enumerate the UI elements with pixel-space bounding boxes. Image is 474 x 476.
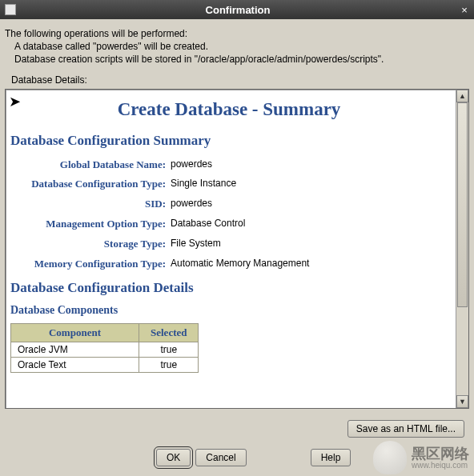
section-heading: Database Configuration Summary xyxy=(10,133,448,149)
table-header-row: Component Selected xyxy=(11,324,199,342)
summary-label: Storage Type: xyxy=(10,236,171,253)
table-cell: Oracle JVM xyxy=(11,342,139,358)
cancel-button[interactable]: Cancel xyxy=(195,449,246,466)
details-label: Database Details: xyxy=(0,70,474,89)
close-icon[interactable]: × xyxy=(455,4,474,16)
summary-value: Single Instance xyxy=(171,176,236,193)
table-cell: true xyxy=(139,358,199,373)
window-title: Confirmation xyxy=(21,4,455,16)
details-content: ➤ Create Database - Summary Database Con… xyxy=(6,90,456,408)
summary-label: SID: xyxy=(10,196,171,213)
window-icon xyxy=(5,4,16,15)
scroll-track[interactable] xyxy=(456,102,468,395)
table-row: Oracle JVM true xyxy=(11,342,199,358)
summary-row: Database Configuration Type: Single Inst… xyxy=(10,176,448,193)
help-button[interactable]: Help xyxy=(311,449,351,466)
preamble-line: A database called "powerdes" will be cre… xyxy=(5,40,469,53)
summary-row: Storage Type: File System xyxy=(10,236,448,253)
summary-row: Global Database Name: powerdes xyxy=(10,157,448,174)
table-row: Oracle Text true xyxy=(11,358,199,373)
summary-row: Memory Configuration Type: Automatic Mem… xyxy=(10,256,448,273)
vertical-scrollbar[interactable]: ▲ ▼ xyxy=(456,90,468,408)
details-scroll-pane: ➤ Create Database - Summary Database Con… xyxy=(5,89,469,409)
summary-label: Memory Configuration Type: xyxy=(10,256,171,273)
scroll-thumb[interactable] xyxy=(457,102,468,307)
table-header: Selected xyxy=(139,324,199,342)
summary-row: Management Option Type: Database Control xyxy=(10,216,448,233)
summary-value: powerdes xyxy=(171,157,212,174)
scroll-down-icon[interactable]: ▼ xyxy=(456,395,468,408)
table-header: Component xyxy=(11,324,139,342)
summary-value: File System xyxy=(171,236,221,253)
ok-button[interactable]: OK xyxy=(156,449,191,466)
summary-label: Global Database Name: xyxy=(10,157,171,174)
titlebar: Confirmation × xyxy=(0,0,474,19)
summary-value: Database Control xyxy=(171,216,245,233)
save-html-button[interactable]: Save as an HTML file... xyxy=(347,420,464,438)
subsection-heading: Database Components xyxy=(10,304,448,317)
summary-value: powerdes xyxy=(171,196,212,213)
components-table: Component Selected Oracle JVM true Oracl… xyxy=(10,323,199,373)
page-title: Create Database - Summary xyxy=(10,99,448,120)
summary-row: SID: powerdes xyxy=(10,196,448,213)
summary-label: Management Option Type: xyxy=(10,216,171,233)
summary-label: Database Configuration Type: xyxy=(10,176,171,193)
button-row: OK Cancel Help xyxy=(0,449,474,466)
summary-value: Automatic Memory Management xyxy=(171,256,309,273)
preamble-text: The following operations will be perform… xyxy=(0,19,474,70)
table-cell: Oracle Text xyxy=(11,358,139,373)
preamble-line: The following operations will be perform… xyxy=(5,27,469,40)
table-cell: true xyxy=(139,342,199,358)
scroll-up-icon[interactable]: ▲ xyxy=(456,90,468,102)
preamble-line: Database creation scripts will be stored… xyxy=(5,53,469,66)
section-heading: Database Configuration Details xyxy=(10,280,448,296)
